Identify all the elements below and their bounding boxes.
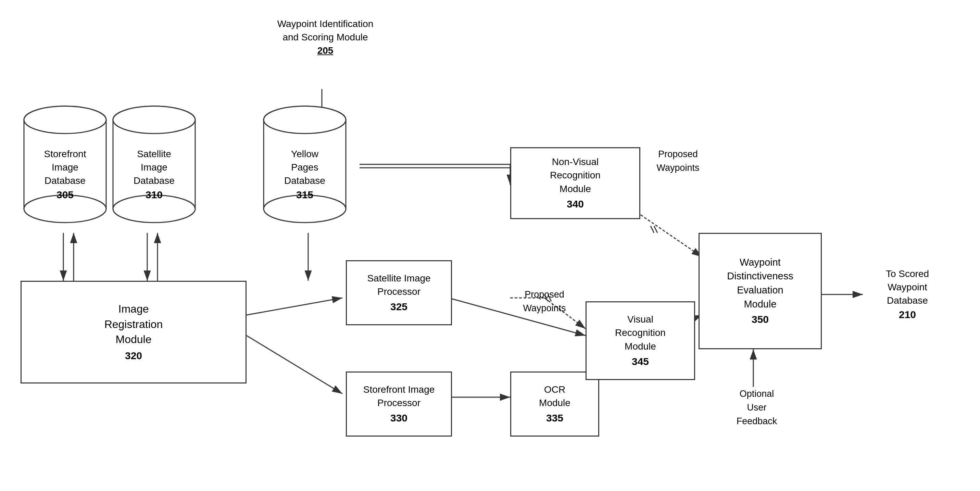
svg-line-9 [247, 335, 342, 394]
storefront-image-processor: Storefront Image Processor 330 [346, 372, 452, 437]
svg-line-28 [654, 226, 657, 233]
optional-feedback-label: Optional User Feedback [719, 387, 794, 427]
ocr-module: OCR Module 335 [510, 372, 599, 437]
nonvisual-recognition-module: Non-Visual Recognition Module 340 [510, 147, 640, 219]
svg-point-40 [264, 106, 346, 133]
proposed-waypoints-mid-label: Proposed Waypoints [510, 288, 579, 315]
visual-recognition-module: Visual Recognition Module 345 [585, 301, 695, 380]
arrows-svg [0, 0, 980, 491]
svg-line-8 [247, 298, 342, 315]
storefront-db: Storefront Image Database 305 [21, 103, 110, 233]
image-registration-module: Image Registration Module 320 [21, 281, 247, 383]
scored-waypoint-db-label: To Scored Waypoint Database 210 [859, 267, 955, 322]
waypoint-module-label: Waypoint Identification and Scoring Modu… [260, 17, 390, 57]
yellow-pages-db: Yellow Pages Database 315 [260, 103, 349, 233]
waypoint-distinctiveness-module: Waypoint Distinctiveness Evaluation Modu… [698, 233, 822, 349]
satellite-image-processor: Satellite Image Processor 325 [346, 260, 452, 325]
proposed-waypoints-top-label: Proposed Waypoints [644, 147, 712, 175]
satellite-db: Satellite Image Database 310 [110, 103, 199, 233]
svg-line-27 [651, 226, 654, 233]
diagram-container: Waypoint Identification and Scoring Modu… [0, 0, 980, 491]
svg-point-32 [24, 106, 106, 133]
svg-point-36 [113, 106, 195, 133]
svg-line-15 [637, 212, 702, 257]
